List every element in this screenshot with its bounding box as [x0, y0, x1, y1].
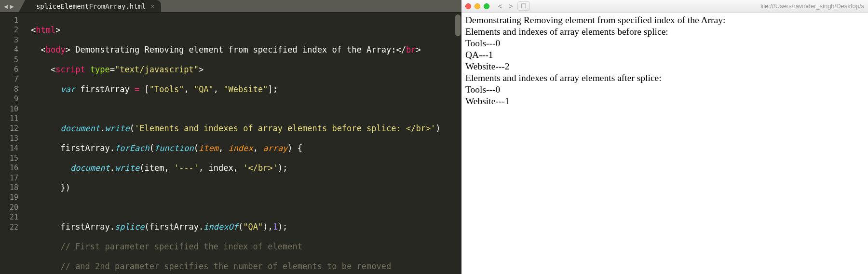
- code-line: <script type="text/javascript">: [31, 65, 461, 74]
- output-line: Tools---0: [465, 38, 864, 49]
- code-line: firstArray.forEach(function(item, index,…: [31, 143, 461, 153]
- nav-prev-icon[interactable]: ◀: [4, 2, 8, 10]
- line-number: 7: [0, 74, 18, 84]
- code-line: document.write(item, '---', index, '</br…: [31, 163, 461, 173]
- close-window-icon[interactable]: [465, 3, 471, 9]
- code-line: firstArray.splice(firstArray.indexOf("QA…: [31, 222, 461, 232]
- output-line: Tools---0: [465, 84, 864, 96]
- line-number: 11: [0, 114, 18, 123]
- output-line: Elements and indexes of array elements b…: [465, 26, 864, 38]
- line-number: 4: [0, 45, 18, 55]
- line-number: 13: [0, 134, 18, 143]
- line-number: 5: [0, 55, 18, 65]
- nav-forward-icon[interactable]: >: [507, 2, 515, 10]
- line-number: 6: [0, 65, 18, 74]
- line-number: 14: [0, 143, 18, 153]
- line-number: 16: [0, 163, 18, 173]
- tab-filename: spliceElementFromArray.html: [36, 2, 146, 10]
- line-number: 10: [0, 104, 18, 114]
- code-line: <body> Demonstrating Removing element fr…: [31, 45, 461, 55]
- line-number: 19: [0, 192, 18, 202]
- output-line: Elements and indexes of array elements a…: [465, 72, 864, 84]
- line-number: 22: [0, 222, 18, 232]
- close-icon[interactable]: ×: [150, 2, 154, 10]
- window-controls: [465, 3, 489, 9]
- code-line: // and 2nd parameter specifies the numbe…: [31, 261, 461, 271]
- line-number: 9: [0, 94, 18, 104]
- line-number: 8: [0, 84, 18, 94]
- maximize-window-icon[interactable]: [484, 3, 489, 9]
- code-line: var firstArray = ["Tools", "QA", "Websit…: [31, 84, 461, 94]
- code-line: <html>: [31, 25, 461, 35]
- line-number: 17: [0, 173, 18, 183]
- browser-content: Demonstrating Removing element from spec…: [461, 13, 868, 109]
- code-line: document.write('Elements and indexes of …: [31, 123, 461, 133]
- code-line: // First parameter specified the index o…: [31, 242, 461, 251]
- editor-body[interactable]: 1 2 3 4 5 6 7 8 9 10 11 12 13 14 15 16 1…: [0, 13, 461, 274]
- browser-toolbar: < > ☐ file:///Users/ravinder_singh/Deskt…: [461, 0, 868, 13]
- file-tab[interactable]: spliceElementFromArray.html ×: [27, 0, 161, 12]
- line-number: 2: [0, 25, 18, 35]
- code-area[interactable]: <html> <body> Demonstrating Removing ele…: [22, 13, 461, 274]
- editor-tabbar: ◀ ▶ spliceElementFromArray.html ×: [0, 0, 461, 13]
- line-number: 15: [0, 153, 18, 163]
- output-line: Website---1: [465, 96, 864, 107]
- line-number: 12: [0, 123, 18, 133]
- line-number: 21: [0, 212, 18, 222]
- line-number-gutter: 1 2 3 4 5 6 7 8 9 10 11 12 13 14 15 16 1…: [0, 13, 22, 274]
- line-number: 1: [0, 15, 18, 25]
- line-number: 20: [0, 203, 18, 212]
- code-line: }): [31, 183, 461, 192]
- line-number: 3: [0, 35, 18, 45]
- line-number: 18: [0, 183, 18, 192]
- sidebar-toggle-icon[interactable]: ☐: [517, 1, 530, 11]
- nav-next-icon[interactable]: ▶: [10, 2, 14, 10]
- output-line: Website---2: [465, 61, 864, 72]
- output-line: QA---1: [465, 49, 864, 61]
- output-line: Demonstrating Removing element from spec…: [465, 14, 864, 26]
- tab-nav-arrows: ◀ ▶: [0, 0, 18, 12]
- nav-back-icon[interactable]: <: [496, 2, 504, 10]
- browser-pane: < > ☐ file:///Users/ravinder_singh/Deskt…: [461, 0, 868, 274]
- address-bar[interactable]: file:///Users/ravinder_singh/Desktop/s: [760, 2, 864, 10]
- code-editor-pane: ◀ ▶ spliceElementFromArray.html × 1 2 3 …: [0, 0, 461, 274]
- minimize-window-icon[interactable]: [475, 3, 480, 9]
- code-line: [31, 104, 461, 114]
- code-line: [31, 203, 461, 212]
